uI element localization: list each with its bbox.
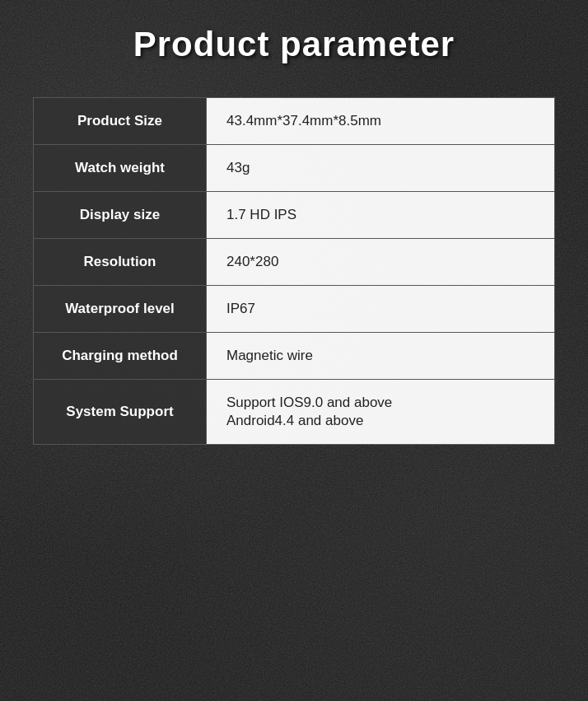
- page-container: Product parameter Product Size43.4mm*37.…: [0, 0, 588, 701]
- param-value-system-support: Support IOS9.0 and aboveAndroid4.4 and a…: [207, 380, 554, 444]
- param-label-display-size: Display size: [34, 192, 207, 238]
- param-value-display-size: 1.7 HD IPS: [207, 192, 554, 238]
- param-row-charging-method: Charging methodMagnetic wire: [33, 332, 555, 380]
- param-value-watch-weight: 43g: [207, 145, 554, 191]
- param-row-watch-weight: Watch weight43g: [33, 144, 555, 192]
- param-row-resolution: Resolution240*280: [33, 238, 555, 286]
- param-value-resolution: 240*280: [207, 239, 554, 285]
- param-label-product-size: Product Size: [34, 98, 207, 144]
- param-row-product-size: Product Size43.4mm*37.4mm*8.5mm: [33, 97, 555, 145]
- param-label-system-support: System Support: [34, 380, 207, 444]
- param-value-waterproof-level: IP67: [207, 286, 554, 332]
- param-row-waterproof-level: Waterproof levelIP67: [33, 285, 555, 333]
- param-row-display-size: Display size1.7 HD IPS: [33, 191, 555, 239]
- param-label-waterproof-level: Waterproof level: [34, 286, 207, 332]
- param-value-system-support-line1: Support IOS9.0 and above: [226, 395, 392, 411]
- param-label-charging-method: Charging method: [34, 333, 207, 379]
- param-row-system-support: System SupportSupport IOS9.0 and aboveAn…: [33, 379, 555, 445]
- param-value-system-support-line2: Android4.4 and above: [226, 413, 363, 429]
- param-label-watch-weight: Watch weight: [34, 145, 207, 191]
- params-table: Product Size43.4mm*37.4mm*8.5mmWatch wei…: [33, 97, 555, 444]
- param-value-charging-method: Magnetic wire: [207, 333, 554, 379]
- page-title: Product parameter: [133, 25, 455, 64]
- param-label-resolution: Resolution: [34, 239, 207, 285]
- param-value-product-size: 43.4mm*37.4mm*8.5mm: [207, 98, 554, 144]
